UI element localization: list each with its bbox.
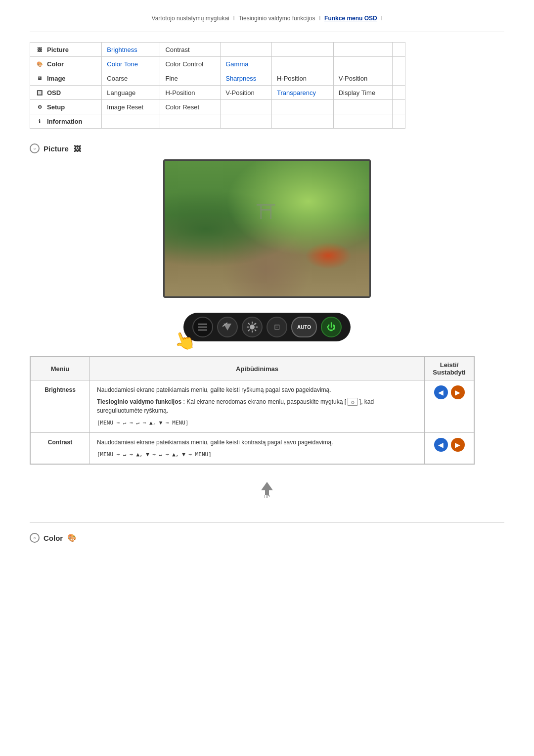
controls-container: + ⊡ AUTO ⏻ 👆 [30,313,504,341]
empty-cell-16 [221,114,272,129]
table-header-row: Meniu Apibūdinimas Leisti/Sustabdyti [31,357,474,380]
nav-item-2[interactable]: Tiesioginio valdymo funkcijos [238,15,315,22]
menu-row-setup: ⚙ Setup Image Reset Color Reset [30,100,405,114]
menu-colorcontrol[interactable]: Color Control [160,57,221,71]
color-section-header: ○ Color 🎨 [30,533,504,543]
empty-cell-7 [392,57,405,71]
svg-point-2 [219,161,306,207]
top-navigation: Vartotojo nustatymų mygtukai l Tiesiogin… [30,10,504,32]
svg-rect-7 [255,209,279,248]
empty-cell-1 [221,43,272,57]
empty-cell-12 [333,100,392,114]
color-section-title: Color [44,534,63,542]
menu-hposition-image[interactable]: H-Position [271,71,333,86]
information-label: Information [47,118,83,125]
nav-item-1[interactable]: Vartotojo nustatymų mygtukai [152,15,229,22]
brightness-desc-2: Tiesioginio valdymo funkcijos : Kai ekra… [97,397,417,415]
menu-vposition-osd[interactable]: V-Position [221,86,272,100]
up-arrow-container: UP [30,474,504,513]
nav-sep-1: l [233,15,235,22]
power-button[interactable]: ⏻ [321,317,342,337]
brightness-decrease-button[interactable]: ◀ [434,385,448,399]
tiesioginio-label: Tiesioginio valdymo funkcijos [97,398,181,405]
action-cell-brightness: ◀ ▶ [425,380,474,433]
table-row-contrast: Contrast Naudodamiesi ekrane pateikiamai… [31,432,474,464]
table-row-brightness: Brightness Naudodamiesi ekrane pateikiam… [31,380,474,433]
brightness-menu-label: Brightness [44,386,76,393]
picture-section-header: ○ Picture 🖼 [30,143,504,153]
menu-navigation-table: 🖼 Picture Brightness Contrast 🎨 Color Co… [30,42,405,129]
brightness-icon: + [247,322,258,332]
svg-line-30 [248,330,250,331]
menu-fine[interactable]: Fine [160,71,221,86]
col-header-action: Leisti/Sustabdyti [425,357,474,380]
contrast-menu-label: Contrast [48,439,72,446]
empty-cell-17 [271,114,333,129]
color-section-img-icon: 🎨 [67,533,77,543]
contrast-decrease-button[interactable]: ◀ [434,438,448,452]
empty-cell-4 [392,43,405,57]
menu-hposition-osd[interactable]: H-Position [160,86,221,100]
empty-cell-3 [333,43,392,57]
up-arrow-svg: UP [257,479,277,499]
brightness-cmd: [MENU → ↵ → ↵ → ▲, ▼ → MENU] [97,419,417,427]
nav-arrow-icon [222,323,232,331]
action-cell-contrast: ◀ ▶ [425,432,474,464]
nav-down-button[interactable] [217,317,238,337]
svg-rect-6 [166,248,369,296]
empty-cell-2 [271,43,333,57]
svg-point-13 [215,259,222,266]
menu-sharpness[interactable]: Sharpness [221,71,272,86]
menu-category-color[interactable]: 🎨 Color [30,57,102,71]
menu-vposition-image[interactable]: V-Position [333,71,392,86]
menu-colortone[interactable]: Color Tone [102,57,160,71]
svg-point-11 [305,249,316,261]
svg-rect-17 [198,324,207,325]
empty-cell-14 [102,114,160,129]
menu-transparency[interactable]: Transparency [271,86,333,100]
controls-wrapper: + ⊡ AUTO ⏻ 👆 [183,313,351,341]
menu-colorreset[interactable]: Color Reset [160,100,221,114]
image-label: Image [47,75,66,82]
monitor-frame [163,159,371,298]
enter-button[interactable]: ⊡ [267,317,287,337]
menu-imagereset[interactable]: Image Reset [102,100,160,114]
menu-lines-icon [198,324,207,331]
empty-cell-18 [333,114,392,129]
menu-contrast[interactable]: Contrast [160,43,221,57]
svg-rect-18 [198,327,207,328]
auto-label: AUTO [297,325,311,330]
svg-line-27 [248,323,250,325]
menu-category-image[interactable]: 🖥 Image [30,71,102,86]
svg-line-28 [255,330,256,331]
svg-point-16 [323,197,366,250]
garden-scene-svg [165,161,369,296]
information-icon: ℹ [35,117,44,126]
picture-label: Picture [47,46,69,53]
menu-gamma[interactable]: Gamma [221,57,272,71]
menu-coarse[interactable]: Coarse [102,71,160,86]
brightness-button[interactable]: + [242,317,263,337]
setup-icon: ⚙ [35,102,44,111]
menu-language[interactable]: Language [102,86,160,100]
up-arrow-icon[interactable]: UP [257,479,277,503]
monitor-screen [165,161,369,296]
svg-point-14 [238,270,296,284]
menu-category-osd[interactable]: 🔲 OSD [30,86,102,100]
brightness-icon-ref: ☼ [348,398,357,406]
svg-marker-8 [243,195,291,209]
brightness-increase-button[interactable]: ▶ [451,385,465,399]
menu-button[interactable] [192,317,213,337]
contrast-increase-button[interactable]: ▶ [451,438,465,452]
menu-category-setup[interactable]: ⚙ Setup [30,100,102,114]
auto-button[interactable]: AUTO [291,317,317,337]
menu-category-picture[interactable]: 🖼 Picture [30,43,102,57]
nav-sep-3: l [381,15,383,22]
desc-cell-contrast: Naudodamiesi ekrane pateikiamais meniu, … [90,432,425,464]
color-label: Color [47,60,64,68]
svg-rect-19 [198,330,207,331]
nav-item-3-active[interactable]: Funkce menu OSD [324,15,377,22]
menu-brightness[interactable]: Brightness [102,43,160,57]
menu-category-information[interactable]: ℹ Information [30,114,102,129]
menu-displaytime[interactable]: Display Time [333,86,392,100]
